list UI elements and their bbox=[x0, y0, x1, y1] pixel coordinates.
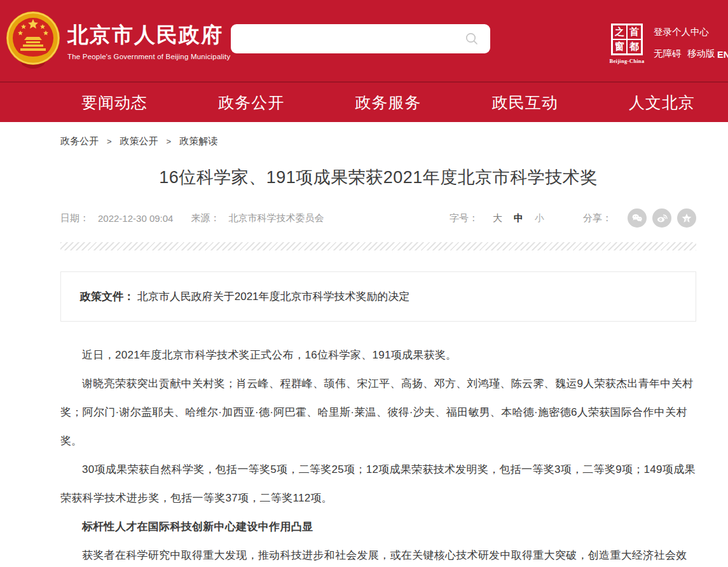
article-body: 近日，2021年度北京市科学技术奖正式公布，16位科学家、191项成果获奖。 谢… bbox=[60, 341, 696, 567]
portal-logo-char: 窗 bbox=[613, 40, 626, 53]
nav-item-interaction[interactable]: 政民互动 bbox=[492, 92, 558, 113]
article-paragraph: 近日，2021年度北京市科学技术奖正式公布，16位科学家、191项成果获奖。 bbox=[60, 341, 696, 369]
source-label: 来源： bbox=[191, 212, 219, 224]
site-logo[interactable]: 北京市人民政府 The People's Government of Beiji… bbox=[5, 10, 230, 70]
share-weibo-icon[interactable] bbox=[652, 208, 671, 228]
breadcrumb-separator: > bbox=[107, 137, 112, 146]
main-nav: 要闻动态 政务公开 政务服务 政民互动 人文北京 bbox=[0, 81, 728, 122]
article-paragraph: 获奖者在科学研究中取得重大发现，推动科技进步和社会发展，或在关键核心技术研发中取… bbox=[60, 541, 696, 567]
search-box bbox=[231, 24, 490, 53]
page-title: 16位科学家、191项成果荣获2021年度北京市科学技术奖 bbox=[60, 166, 696, 189]
policy-file-label: 政策文件： bbox=[80, 290, 134, 303]
meta-right: 字号： 大 中 小 分享： bbox=[450, 208, 696, 228]
date-label: 日期： bbox=[60, 212, 89, 224]
nav-item-gov-affairs[interactable]: 政务公开 bbox=[218, 92, 284, 113]
search-input[interactable] bbox=[231, 24, 465, 53]
national-emblem-icon bbox=[5, 10, 61, 70]
fontsize-large-button[interactable]: 大 bbox=[493, 212, 502, 224]
site-header: 北京市人民政府 The People's Government of Beiji… bbox=[0, 0, 728, 81]
nav-item-news[interactable]: 要闻动态 bbox=[81, 92, 148, 113]
fontsize-medium-button[interactable]: 中 bbox=[514, 212, 523, 224]
portal-logo-grid: 之 首 窗 都 bbox=[611, 24, 643, 55]
source-value: 北京市科学技术委员会 bbox=[228, 212, 324, 224]
nav-item-culture[interactable]: 人文北京 bbox=[629, 92, 695, 113]
portal-logo-char: 之 bbox=[613, 25, 626, 39]
policy-file-box: 政策文件： 北京市人民政府关于2021年度北京市科学技术奖励的决定 bbox=[60, 271, 696, 322]
content-column: 政务公开 > 政策公开 > 政策解读 16位科学家、191项成果荣获2021年度… bbox=[60, 135, 696, 567]
site-title: 北京市人民政府 bbox=[67, 24, 230, 46]
breadcrumb: 政务公开 > 政策公开 > 政策解读 bbox=[60, 135, 696, 147]
brand-text: 北京市人民政府 The People's Government of Beiji… bbox=[67, 20, 230, 60]
english-link[interactable]: EN bbox=[717, 50, 728, 60]
breadcrumb-item[interactable]: 政策公开 bbox=[120, 135, 158, 147]
share-bar: 分享： bbox=[583, 208, 696, 228]
share-qzone-icon[interactable] bbox=[677, 208, 696, 228]
page: 北京市人民政府 The People's Government of Beiji… bbox=[0, 0, 728, 567]
article-meta: 日期： 2022-12-30 09:04 来源： 北京市科学技术委员会 字号： … bbox=[60, 208, 696, 228]
article-paragraph: 谢晓亮荣获突出贡献中关村奖；肖云峰、程群峰、颉伟、宋江平、高扬、邓方、刘鸿瑾、陈… bbox=[60, 369, 696, 455]
nav-item-gov-services[interactable]: 政务服务 bbox=[355, 92, 422, 113]
breadcrumb-separator: > bbox=[167, 137, 172, 146]
share-wechat-icon[interactable] bbox=[628, 208, 647, 228]
share-label: 分享： bbox=[583, 212, 612, 224]
article-paragraph: 30项成果荣获自然科学奖，包括一等奖5项，二等奖25项；12项成果荣获技术发明奖… bbox=[60, 455, 696, 512]
site-subtitle: The People's Government of Beijing Munic… bbox=[67, 53, 230, 60]
fontsize-small-button[interactable]: 小 bbox=[535, 212, 544, 224]
policy-file-link[interactable]: 北京市人民政府关于2021年度北京市科学技术奖励的决定 bbox=[137, 290, 410, 303]
main-nav-items: 要闻动态 政务公开 政务服务 政民互动 人文北京 bbox=[81, 92, 695, 113]
mobile-version-link[interactable]: 移动版 bbox=[687, 48, 715, 60]
breadcrumb-item[interactable]: 政务公开 bbox=[60, 135, 99, 147]
article-subheading: 标杆性人才在国际科技创新中心建设中作用凸显 bbox=[60, 512, 696, 541]
portal-logo-caption: Beijing-China bbox=[609, 58, 645, 64]
hatch-divider bbox=[60, 242, 696, 250]
login-link[interactable]: 登录个人中心 bbox=[654, 26, 709, 38]
fontsize-switcher: 字号： 大 中 小 bbox=[450, 212, 550, 224]
portal-logo[interactable]: 之 首 窗 都 Beijing-China bbox=[609, 24, 645, 64]
fontsize-label: 字号： bbox=[450, 212, 478, 224]
portal-logo-char: 都 bbox=[628, 40, 641, 53]
accessibility-link[interactable]: 无障碍 bbox=[654, 48, 682, 60]
breadcrumb-item[interactable]: 政策解读 bbox=[179, 135, 217, 147]
search-icon[interactable] bbox=[465, 32, 479, 46]
date-value: 2022-12-30 09:04 bbox=[98, 213, 173, 224]
portal-logo-char: 首 bbox=[628, 25, 641, 39]
